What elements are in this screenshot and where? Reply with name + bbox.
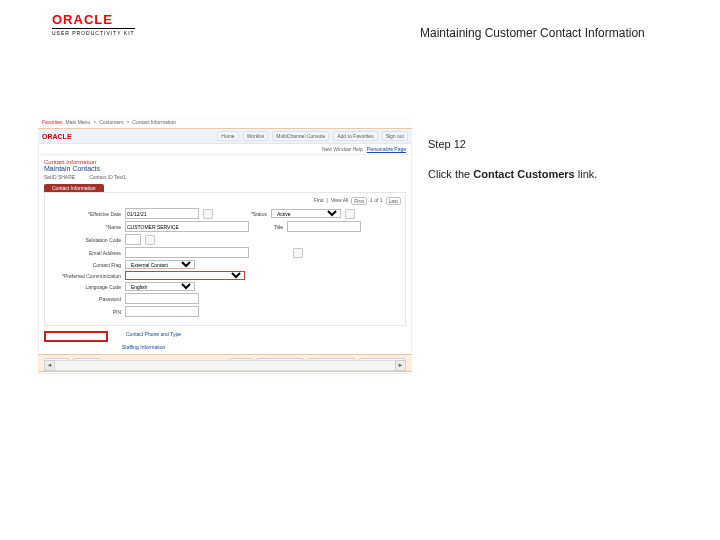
add-row-icon[interactable] <box>345 209 355 219</box>
scroll-area-header: Find | View All First 1 of 1 Last <box>49 197 401 205</box>
language-label: Language Code <box>49 284 121 290</box>
page-title: Maintain Contacts <box>38 165 412 174</box>
instr-pre: Click the <box>428 168 473 180</box>
pin-input[interactable] <box>125 306 199 317</box>
setid-label: SetID <box>44 174 57 180</box>
personalize-page-link[interactable]: Personalize Page <box>367 146 406 152</box>
breadcrumb-bar: Favorites Main Menu > Customers > Contac… <box>38 116 412 129</box>
calendar-icon[interactable] <box>203 209 213 219</box>
email-input[interactable] <box>125 247 249 258</box>
language-select[interactable]: English <box>125 282 195 291</box>
name-input[interactable] <box>125 221 249 232</box>
pin-label: PIN <box>49 309 121 315</box>
last-nav[interactable]: Last <box>386 197 401 205</box>
pref-comm-label: *Preferred Communication <box>49 273 121 279</box>
step-label: Step 12 <box>428 138 466 150</box>
find-link[interactable]: Find <box>314 197 324 205</box>
subheader-bar: New Window Help Personalize Page <box>38 144 412 155</box>
status-label: *Status <box>217 211 267 217</box>
pref-comm-select[interactable] <box>125 271 245 280</box>
contact-form: Find | View All First 1 of 1 Last *Effec… <box>44 192 406 326</box>
title-input[interactable] <box>287 221 361 232</box>
breadcrumb: Favorites Main Menu > Customers > Contac… <box>42 119 176 125</box>
document-title: Maintaining Customer Contact Information <box>420 26 645 40</box>
related-links: Contact Phone and Type <box>38 329 412 344</box>
effective-date-input[interactable] <box>125 208 199 219</box>
nav-worklist[interactable]: Worklist <box>243 131 269 141</box>
password-input[interactable] <box>125 293 199 304</box>
brand-block: ORACLE USER PRODUCTIVITY KIT <box>52 12 135 36</box>
add-icon[interactable] <box>293 248 303 258</box>
contactid-label: Contact ID <box>89 174 113 180</box>
app-screenshot: Favorites Main Menu > Customers > Contac… <box>38 116 412 374</box>
first-nav[interactable]: First <box>351 197 367 205</box>
section-title: Contact Information <box>38 155 412 165</box>
nav-mcc[interactable]: MultiChannel Console <box>272 131 329 141</box>
row-index: 1 of 1 <box>370 197 383 205</box>
oracle-logo-small: ORACLE <box>42 133 72 140</box>
instr-target: Contact Customers <box>473 168 574 180</box>
contact-phone-type-link[interactable]: Contact Phone and Type <box>126 331 181 342</box>
salutation-label: Salutation Code <box>49 237 121 243</box>
status-select[interactable]: Active <box>271 209 341 218</box>
brand-subtitle: USER PRODUCTIVITY KIT <box>52 28 135 36</box>
nav-signout[interactable]: Sign out <box>382 131 408 141</box>
contactflag-select[interactable]: External Contact <box>125 260 195 269</box>
setid-value: SHARE <box>58 174 75 180</box>
title-label: Title <box>253 224 283 230</box>
contactid-value: Test1 <box>114 174 126 180</box>
effective-date-label: *Effective Date <box>49 211 121 217</box>
instr-post: link. <box>575 168 598 180</box>
staffing-information-link[interactable]: Staffing Information <box>122 344 165 350</box>
global-nav: Home Worklist MultiChannel Console Add t… <box>217 131 408 141</box>
salutation-input[interactable] <box>125 234 141 245</box>
viewall-link[interactable]: View All <box>331 197 348 205</box>
crumb-customers[interactable]: Customers <box>99 119 123 125</box>
scroll-track[interactable] <box>55 360 395 371</box>
nav-add-fav[interactable]: Add to Favorites <box>333 131 377 141</box>
scroll-left-arrow-icon[interactable]: ◄ <box>44 360 55 371</box>
oracle-wordmark: ORACLE <box>52 12 135 27</box>
subbar-text: New Window Help <box>322 146 363 152</box>
step-instruction: Click the Contact Customers link. <box>428 168 597 180</box>
contact-customers-highlight[interactable] <box>44 331 108 342</box>
name-label: *Name <box>49 224 121 230</box>
crumb-favorites[interactable]: Favorites <box>42 119 63 125</box>
record-meta: SetID SHARE Contact ID Test1 <box>38 174 412 182</box>
lookup-icon[interactable] <box>145 235 155 245</box>
password-label: Password <box>49 296 121 302</box>
email-label: Email Address <box>49 250 121 256</box>
crumb-contact-info[interactable]: Contact Information <box>132 119 176 125</box>
oracle-header-bar: ORACLE Home Worklist MultiChannel Consol… <box>38 129 412 144</box>
crumb-main-menu[interactable]: Main Menu <box>66 119 91 125</box>
contactflag-label: Contact Flag <box>49 262 121 268</box>
tab-contact-information[interactable]: Contact Information <box>44 184 104 192</box>
horizontal-scrollbar[interactable]: ◄ ► <box>44 360 406 370</box>
nav-home[interactable]: Home <box>217 131 238 141</box>
scroll-right-arrow-icon[interactable]: ► <box>395 360 406 371</box>
